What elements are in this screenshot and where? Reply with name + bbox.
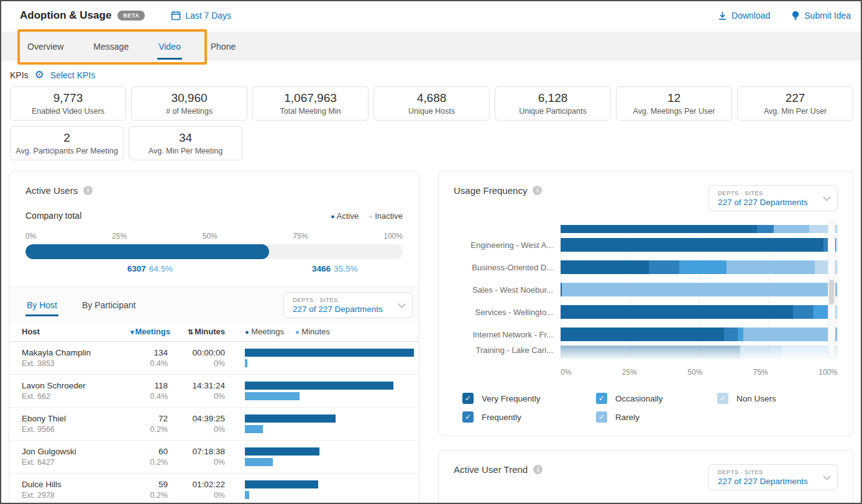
download-icon	[718, 11, 727, 21]
kpis-toolbar: KPIs ⚙ Select KPIs	[1, 61, 861, 86]
info-icon[interactable]: i	[533, 186, 542, 195]
dropdown-label: DEPTS · SITES	[293, 296, 383, 303]
segment-very-frequently	[561, 238, 823, 252]
legend-occasionally[interactable]: ✓Occasionally	[596, 393, 717, 404]
checkbox-checked-icon[interactable]: ✓	[462, 393, 474, 404]
sort-desc-icon: ▾	[131, 328, 134, 336]
meetings-pct: 0.4%	[131, 359, 168, 368]
download-label: Download	[731, 11, 770, 21]
tab-overview[interactable]: Overview	[26, 33, 65, 60]
info-icon[interactable]: i	[533, 465, 543, 474]
kpi-card: 12Avg. Meetings Per User	[616, 86, 732, 121]
minutes-value: 00:00:00	[168, 348, 225, 357]
segment-frequently	[649, 260, 679, 274]
submit-idea-button[interactable]: Submit Idea	[791, 11, 851, 21]
host-ext: Ext. 6427	[22, 458, 131, 467]
legend-rarely[interactable]: ✓Rarely	[596, 411, 717, 423]
host-name: Makayla Champlin	[22, 348, 131, 357]
scale-tick: 75%	[293, 232, 308, 241]
minutes-value: 01:02:22	[168, 480, 225, 489]
checkbox-checked-icon[interactable]: ✓	[717, 393, 728, 404]
chart-scrollbar[interactable]	[828, 220, 835, 358]
departments-dropdown[interactable]: DEPTS · SITES 227 of 227 Departments	[708, 185, 838, 211]
kpi-value: 1,067,963	[284, 91, 337, 105]
kpi-value: 6,128	[538, 91, 568, 105]
table-row[interactable]: Jon GulgowskiExt. 6427 600.2% 07:18:380%	[9, 441, 419, 474]
kpi-card: 9,773Enabled Video Users	[10, 86, 126, 121]
kpi-label: Avg. Min Per User	[764, 107, 827, 116]
legend-label: Non Users	[736, 394, 776, 403]
table-row[interactable]: Lavon SchroederExt. 662 1180.4% 14:31:24…	[9, 375, 419, 408]
segment-very-frequently	[561, 305, 793, 319]
tab-phone[interactable]: Phone	[209, 33, 237, 60]
legend-label: Occasionally	[615, 394, 663, 403]
date-range-label: Last 7 Days	[185, 11, 231, 21]
table-row[interactable]: Makayla ChamplinExt. 3853 1340.4% 00:00:…	[9, 342, 419, 375]
chart-x-axis: 0% 25% 50% 75% 100%	[561, 368, 838, 377]
kpi-label: Avg. Participants Per Meeting	[16, 147, 117, 155]
tab-by-participant[interactable]: By Participant	[81, 294, 137, 316]
usage-frequency-title: Usage Frequency	[454, 185, 527, 196]
kpi-card: 6,128Unique Participants	[495, 86, 611, 121]
kpi-value: 9,773	[53, 91, 83, 105]
kpi-card: 2Avg. Participants Per Meeting	[10, 126, 124, 160]
axis-tick: 75%	[753, 368, 768, 377]
segment-occasionally	[738, 328, 743, 341]
minutes-value: 07:18:38	[168, 447, 225, 456]
stacked-bar	[561, 283, 837, 296]
table-row[interactable]: Dulce HillsExt. 2978 590.2% 01:02:220%	[9, 474, 419, 504]
meetings-pct: 0.4%	[131, 392, 168, 401]
col-host[interactable]: Host	[22, 327, 131, 336]
kpi-label: Total Meeting Min	[280, 107, 341, 116]
scrollbar-thumb[interactable]	[829, 280, 834, 305]
host-name: Ebony Thiel	[22, 414, 131, 423]
tab-video[interactable]: Video	[157, 33, 182, 60]
col-minutes-sort[interactable]: ⇅Minutes	[168, 327, 225, 336]
dropdown-value: 227 of 227 Departments	[718, 198, 808, 207]
kpi-label: Avg. Meetings Per User	[633, 107, 715, 116]
inactive-pct: 35.5%	[334, 264, 357, 273]
departments-dropdown[interactable]: DEPTS · SITES 227 of 227 Departments	[708, 464, 838, 490]
active-users-title: Active Users	[25, 185, 78, 196]
checkbox-checked-icon[interactable]: ✓	[596, 393, 607, 404]
axis-tick: 50%	[687, 368, 702, 377]
minutes-bar	[245, 392, 300, 400]
legend-label: Rarely	[615, 413, 640, 422]
checkbox-checked-icon[interactable]: ✓	[596, 411, 607, 423]
kpi-label: Enabled Video Users	[32, 107, 104, 116]
col-minutes-label: Minutes	[195, 327, 225, 336]
scale-tick: 25%	[112, 232, 127, 241]
segment-frequently	[793, 305, 814, 319]
table-row[interactable]: Ebony ThielExt. 9566 720.2% 04:39:250%	[9, 408, 419, 441]
main-content: Active Users i Company total ● Active ● …	[1, 166, 861, 504]
category-label: Internet Network - Fr...	[454, 323, 561, 346]
date-range-picker[interactable]: Last 7 Days	[171, 11, 231, 21]
chevron-down-icon	[823, 193, 831, 201]
active-user-trend-title: Active User Trend	[454, 464, 528, 475]
departments-dropdown[interactable]: DEPTS · SITES 227 of 227 Departments	[283, 292, 413, 318]
checkbox-checked-icon[interactable]: ✓	[462, 411, 474, 423]
dropdown-label: DEPTS · SITES	[718, 190, 808, 196]
kpi-card: 30,960# of Meetings	[131, 86, 247, 121]
segment-rarely	[743, 328, 837, 341]
chevron-down-icon	[823, 472, 831, 480]
category-label	[454, 225, 561, 234]
meetings-bar	[245, 480, 318, 488]
select-kpis-link[interactable]: Select KPIs	[50, 70, 95, 80]
stacked-bar	[561, 238, 837, 252]
legend-frequently[interactable]: ✓Frequently	[462, 411, 596, 423]
gear-icon[interactable]: ⚙	[35, 70, 44, 80]
legend-very-frequently[interactable]: ✓Very Frequently	[462, 393, 596, 404]
legend-non-users[interactable]: ✓Non Users	[717, 393, 838, 404]
tab-by-host[interactable]: By Host	[25, 294, 58, 316]
col-meetings-sort[interactable]: ▾Meetings	[131, 327, 168, 336]
host-name: Dulce Hills	[22, 480, 131, 489]
segment-very-frequently	[561, 328, 724, 341]
info-icon[interactable]: i	[83, 186, 93, 195]
download-button[interactable]: Download	[718, 11, 770, 21]
kpi-value: 34	[179, 131, 192, 145]
axis-tick: 25%	[622, 368, 637, 377]
minutes-pct: 0%	[168, 425, 225, 434]
tab-message[interactable]: Message	[92, 33, 130, 60]
scale-tick: 50%	[203, 232, 218, 241]
